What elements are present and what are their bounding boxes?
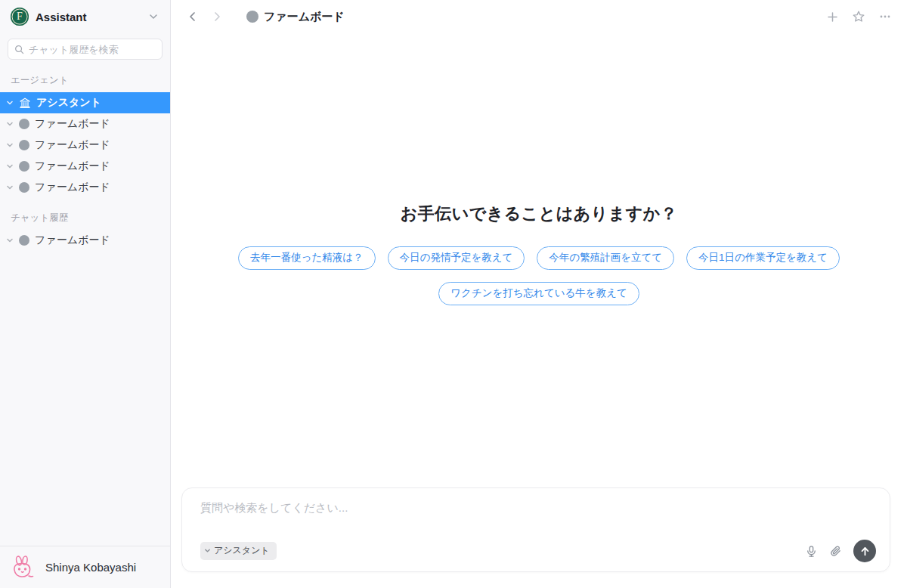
suggestion-pill[interactable]: 去年一番使った精液は？ xyxy=(238,246,375,270)
sidebar-item-assistant[interactable]: アシスタント xyxy=(0,92,170,113)
sidebar-header[interactable]: F Assistant xyxy=(0,0,170,33)
gray-dot-icon xyxy=(19,119,29,129)
rabbit-avatar xyxy=(9,553,38,582)
sidebar-item-label: ファームボード xyxy=(35,138,110,152)
sidebar-item-label: ファームボード xyxy=(35,234,110,247)
main-panel: ファームボード お手伝いできることはありますか？ 去年一番使った精液は？ 今日の… xyxy=(171,0,907,588)
composer[interactable]: 質問や検索をしてください... アシスタント xyxy=(181,487,890,572)
sidebar-item-label: ファームボード xyxy=(35,181,110,194)
page-title-label: ファームボード xyxy=(264,10,345,24)
chevron-down-icon[interactable] xyxy=(6,99,14,107)
suggestion-pill[interactable]: 今年の繁殖計画を立てて xyxy=(537,246,674,270)
section-label-chat-history: チャット履歴 xyxy=(0,198,170,230)
app-logo-letter: F xyxy=(17,11,23,23)
user-name: Shinya Kobayashi xyxy=(45,561,136,574)
chevron-down-icon[interactable] xyxy=(6,184,14,191)
plus-icon[interactable] xyxy=(826,11,839,23)
composer-actions xyxy=(805,540,876,562)
topbar: ファームボード xyxy=(171,0,907,33)
section-label-agents: エージェント xyxy=(0,64,170,92)
bank-icon xyxy=(19,97,31,109)
agent-chip-label: アシスタント xyxy=(214,544,270,557)
search-box[interactable] xyxy=(8,39,163,60)
star-icon[interactable] xyxy=(852,10,865,23)
suggestion-pill[interactable]: 今日1日の作業予定を教えて xyxy=(686,246,840,270)
agent-selector-chip[interactable]: アシスタント xyxy=(200,542,277,560)
history-nav xyxy=(186,10,224,23)
chevron-down-icon[interactable] xyxy=(6,141,14,149)
app-title: Assistant xyxy=(36,11,87,23)
suggestion-pill[interactable]: 今日の発情予定を教えて xyxy=(388,246,525,270)
sidebar-item-label: ファームボード xyxy=(35,159,110,173)
topbar-actions xyxy=(826,10,892,23)
chevron-down-icon[interactable] xyxy=(147,11,159,23)
chevron-down-icon[interactable] xyxy=(6,162,14,170)
sidebar: F Assistant エージェント xyxy=(0,0,171,588)
suggestion-row-2: ワクチンを打ち忘れている牛を教えて xyxy=(438,282,639,305)
composer-toolbar: アシスタント xyxy=(200,540,876,562)
microphone-icon[interactable] xyxy=(805,545,818,558)
send-button[interactable] xyxy=(853,540,876,562)
headline: お手伝いできることはありますか？ xyxy=(401,203,678,225)
chevron-down-icon[interactable] xyxy=(6,237,14,244)
sidebar-item-label: アシスタント xyxy=(36,96,101,110)
empty-state: お手伝いできることはありますか？ 去年一番使った精液は？ 今日の発情予定を教えて… xyxy=(171,33,907,487)
gray-dot-icon xyxy=(19,161,29,172)
ellipsis-icon[interactable] xyxy=(878,10,892,23)
sidebar-item-farmboard[interactable]: ファームボード xyxy=(0,177,170,198)
search-input[interactable] xyxy=(29,44,156,55)
paperclip-icon[interactable] xyxy=(829,545,842,558)
sidebar-item-farmboard[interactable]: ファームボード xyxy=(0,135,170,156)
chevron-left-icon[interactable] xyxy=(186,10,200,23)
sidebar-item-farmboard[interactable]: ファームボード xyxy=(0,156,170,177)
chevron-down-icon[interactable] xyxy=(6,120,14,128)
search-icon xyxy=(14,45,24,54)
sidebar-item-history-farmboard[interactable]: ファームボード xyxy=(0,230,170,251)
sidebar-item-label: ファームボード xyxy=(35,117,110,131)
gray-dot-icon xyxy=(19,235,29,246)
page-title: ファームボード xyxy=(246,10,345,24)
gray-dot-icon xyxy=(19,140,29,150)
composer-input[interactable]: 質問や検索をしてください... xyxy=(200,501,876,515)
sidebar-spacer xyxy=(0,251,170,546)
gray-dot-icon xyxy=(19,182,29,193)
arrow-up-icon xyxy=(859,546,871,557)
suggestion-pill[interactable]: ワクチンを打ち忘れている牛を教えて xyxy=(438,282,639,305)
app-logo: F xyxy=(11,8,29,26)
suggestion-row-1: 去年一番使った精液は？ 今日の発情予定を教えて 今年の繁殖計画を立てて 今日1日… xyxy=(238,246,840,270)
gray-dot-icon xyxy=(246,11,258,23)
chevron-right-icon[interactable] xyxy=(210,10,224,23)
sidebar-item-farmboard[interactable]: ファームボード xyxy=(0,113,170,135)
user-footer[interactable]: Shinya Kobayashi xyxy=(0,546,170,588)
chevron-down-icon xyxy=(204,547,211,554)
